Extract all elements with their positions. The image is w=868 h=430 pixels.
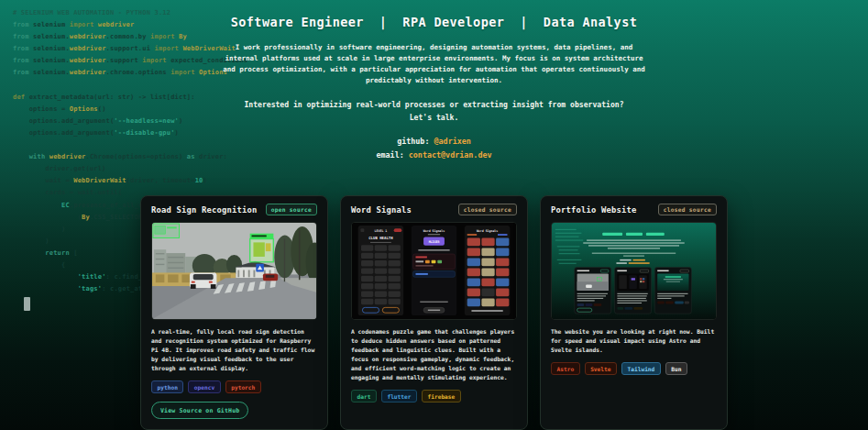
github-label: github: xyxy=(397,137,434,146)
svg-text:LEVEL 1: LEVEL 1 xyxy=(375,229,388,233)
hero-section: Software Engineer | RPA Developer | Data… xyxy=(0,15,868,161)
github-link[interactable]: @adrixen xyxy=(434,137,471,146)
mini-card-2 xyxy=(615,268,652,314)
github-contact-line: github: @adrixen xyxy=(0,135,868,149)
card-header: Portfolio Website closed source xyxy=(541,196,727,222)
tag-bun: Bun xyxy=(665,362,687,375)
contact-block: github: @adrixen email: contact@vdrian.d… xyxy=(0,135,868,161)
tag-astro: Astro xyxy=(551,362,580,375)
mini-card-1 xyxy=(575,268,611,314)
project-card-word-signals: Word Signals closed source LEVEL 1 CLUB … xyxy=(340,195,528,430)
project-card-row: Road Sign Recognition open source xyxy=(0,195,868,430)
detection-hud-overlay xyxy=(153,224,180,238)
cta-line-1: Interested in optimizing real-world proc… xyxy=(244,100,623,109)
email-link[interactable]: contact@vdrian.dev xyxy=(409,150,492,160)
svg-text:MLIGER: MLIGER xyxy=(429,240,440,244)
mini-card-3 xyxy=(654,268,691,314)
phone-screen-clue: Word Signals MLIGER xyxy=(412,226,457,315)
tag-list: dartflutterfirebase xyxy=(351,390,517,402)
mini-portfolio-image xyxy=(552,223,716,319)
page-title: Software Engineer | RPA Developer | Data… xyxy=(0,15,868,29)
svg-text:Word Signals: Word Signals xyxy=(477,229,498,233)
card-title: Portfolio Website xyxy=(551,205,636,215)
cta-line-2: Let's talk. xyxy=(410,113,459,122)
svg-text:Word Signals: Word Signals xyxy=(423,229,445,233)
open-source-badge: open source xyxy=(266,204,317,215)
tag-svelte: Svelte xyxy=(585,362,617,375)
closed-source-badge: closed source xyxy=(458,204,517,215)
card-title: Road Sign Recognition xyxy=(151,205,257,215)
svg-text:CLUB HEALTH: CLUB HEALTH xyxy=(368,236,393,240)
cta-paragraph: Interested in optimizing real-world proc… xyxy=(214,99,654,124)
tag-dart: dart xyxy=(351,390,377,402)
tag-pytorch: pytorch xyxy=(225,380,261,393)
mini-heading xyxy=(602,233,665,236)
card-header: Word Signals closed source xyxy=(341,196,527,222)
card-description: A real-time, fully local road sign detec… xyxy=(151,327,317,373)
intro-paragraph: I work professionally in software engine… xyxy=(218,42,651,86)
view-source-button[interactable]: View Source on GitHub xyxy=(151,402,248,419)
closed-source-badge: closed source xyxy=(658,204,717,215)
project-card-portfolio-website: Portfolio Website closed source xyxy=(540,195,728,430)
tag-opencv: opencv xyxy=(188,380,220,393)
detection-bounding-box xyxy=(250,239,274,262)
tag-list: pythonopencvpytorch xyxy=(151,380,317,393)
tag-tailwind: Tailwind xyxy=(621,362,661,375)
tag-python: python xyxy=(151,380,183,393)
email-label: email: xyxy=(376,150,408,160)
phone-screen-board: Word Signals xyxy=(465,226,511,315)
project-screenshot-word-signals: LEVEL 1 CLUB HEALTH Word Signals xyxy=(351,222,517,320)
card-description: A codenames puzzle game that challenges … xyxy=(351,327,517,382)
card-header: Road Sign Recognition open source xyxy=(141,196,327,222)
tag-list: AstroSvelteTailwindBun xyxy=(551,362,717,375)
tag-firebase: firebase xyxy=(422,390,461,402)
project-card-road-sign-recognition: Road Sign Recognition open source xyxy=(140,195,328,430)
white-car xyxy=(190,272,217,289)
email-contact-line: email: contact@vdrian.dev xyxy=(0,149,868,162)
road-scene-image xyxy=(152,223,316,319)
word-signals-app-image: LEVEL 1 CLUB HEALTH Word Signals xyxy=(352,223,516,319)
tag-flutter: flutter xyxy=(381,390,417,402)
project-screenshot-road-scene xyxy=(151,222,317,320)
project-screenshot-portfolio-site xyxy=(551,222,717,320)
card-description: The website you are looking at right now… xyxy=(551,327,717,355)
phone-screen-level: LEVEL 1 CLUB HEALTH xyxy=(358,226,404,315)
card-title: Word Signals xyxy=(351,205,412,215)
portfolio-page: # SELENIUM WEB AUTOMATION - PYTHON 3.12f… xyxy=(0,0,868,430)
